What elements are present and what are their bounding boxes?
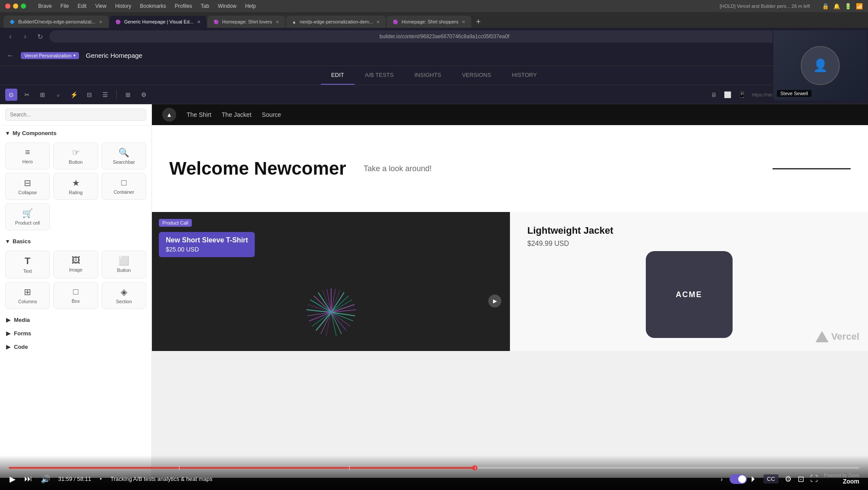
speaker-name-badge: Steve Sewell xyxy=(777,90,812,97)
basic-box[interactable]: □ Box xyxy=(53,282,98,309)
component-collapse[interactable]: ⊟ Collapse xyxy=(5,173,50,200)
my-components-header[interactable]: ▾ My Components xyxy=(0,126,151,139)
menu-window[interactable]: Window xyxy=(218,3,237,9)
component-rating[interactable]: ★ Rating xyxy=(53,173,98,200)
browser-titlebar: Brave File Edit View History Bookmarks P… xyxy=(0,0,868,12)
basic-button[interactable]: ⬜ Button xyxy=(102,251,146,278)
components-grid: ≡ Hero ☞ Button 🔍 Searchbar ⊟ Collapse ★ xyxy=(0,139,151,234)
basic-columns-label: Columns xyxy=(18,299,37,304)
basic-image[interactable]: 🖼 Image xyxy=(53,251,98,278)
component-product-cell[interactable]: 🛒 Product cell xyxy=(5,203,50,230)
close-dot[interactable] xyxy=(5,3,10,9)
minimize-dot[interactable] xyxy=(13,3,18,9)
mobile-view[interactable]: 📱 xyxy=(736,90,748,99)
data-tool[interactable]: ⊟ xyxy=(83,89,95,101)
basics-header[interactable]: ▾ Basics xyxy=(0,234,151,247)
forward-button[interactable]: › xyxy=(20,33,30,40)
basic-text[interactable]: T Text xyxy=(5,251,50,278)
back-nav-button[interactable]: ← xyxy=(7,52,14,60)
menu-history[interactable]: History xyxy=(115,3,131,9)
menu-tab[interactable]: Tab xyxy=(201,3,209,9)
menu-profiles[interactable]: Profiles xyxy=(175,3,192,9)
tab-close-shoppers[interactable]: ✕ xyxy=(462,20,465,24)
project-name: Vercel Personalization xyxy=(24,53,72,58)
image-icon: 🖼 xyxy=(72,255,80,265)
grid-tool[interactable]: ⊞ xyxy=(122,89,134,101)
menu-view[interactable]: View xyxy=(95,3,106,9)
notification-bar: [HOLD] Vercel and Builder pers... 26 m l… xyxy=(720,3,810,9)
media-header[interactable]: ▶ Media xyxy=(0,312,151,326)
video-play-overlay[interactable]: ▶ xyxy=(488,295,501,308)
component-rating-label: Rating xyxy=(69,190,83,195)
more-tool[interactable]: ☰ xyxy=(99,89,111,101)
basic-columns[interactable]: ⊞ Columns xyxy=(5,282,50,309)
cut-tool[interactable]: ✂ xyxy=(21,89,33,101)
hero-subtitle: Take a look around! xyxy=(364,164,432,173)
toggle-track[interactable] xyxy=(730,474,747,484)
play-circle-icon[interactable]: ⏵ xyxy=(750,474,757,483)
settings-tool[interactable]: ⚙ xyxy=(138,89,150,101)
chapter-marker-1 xyxy=(179,466,180,470)
menu-edit[interactable]: Edit xyxy=(78,3,87,9)
tab-insights[interactable]: INSIGHTS xyxy=(404,66,451,85)
canvas: ▲ The Shirt The Jacket Source Welcome Ne… xyxy=(152,104,868,478)
tab-nextjs[interactable]: ▲ nextjs-edge-personalization-dem... ✕ xyxy=(286,16,386,28)
nav-the-jacket[interactable]: The Jacket xyxy=(222,111,251,118)
progress-bar[interactable] xyxy=(9,467,859,469)
maximize-dot[interactable] xyxy=(21,3,26,9)
menu-brave[interactable]: Brave xyxy=(38,3,52,9)
refresh-button[interactable]: ↻ xyxy=(35,33,45,41)
tab-shirt-shoppers[interactable]: 🟣 Homepage: Shirt shoppers ✕ xyxy=(387,16,471,28)
style-tool[interactable]: ⬦ xyxy=(52,89,64,101)
tab-builderio[interactable]: 🔷 BuilderIO/nextjs-edge-personalizat... … xyxy=(3,16,108,28)
tab-close-builderio[interactable]: ✕ xyxy=(99,20,102,24)
forms-header[interactable]: ▶ Forms xyxy=(0,326,151,339)
tab-close-shirt[interactable]: ✕ xyxy=(276,20,279,24)
device-buttons: 🖥 ⬜ 📱 xyxy=(708,90,748,99)
video-settings-button[interactable]: ⚙ xyxy=(785,474,792,484)
tab-history[interactable]: HISTORY xyxy=(502,66,547,85)
menu-help[interactable]: Help xyxy=(245,3,256,9)
volume-button[interactable]: 🔊 xyxy=(40,473,51,485)
tablet-view[interactable]: ⬜ xyxy=(721,90,734,99)
component-button[interactable]: ☞ Button xyxy=(53,142,98,169)
chapter-arrow-icon[interactable]: › xyxy=(720,476,723,483)
controls-right: ⏵ CC ⚙ ⊡ ⛶ Powered by Zoom Zoom xyxy=(730,473,859,485)
time-display: 31:59 / 58:11 xyxy=(58,476,91,482)
component-container[interactable]: □ Container xyxy=(102,173,146,200)
tab-edit[interactable]: EDIT xyxy=(321,66,355,85)
code-header[interactable]: ▶ Code xyxy=(0,339,151,353)
tab-generic-homepage[interactable]: 🟣 Generic Homepage | Visual Ed... ✕ xyxy=(109,16,207,28)
component-searchbar[interactable]: 🔍 Searchbar xyxy=(102,142,146,169)
tab-versions[interactable]: VERSIONS xyxy=(451,66,501,85)
tab-close-nextjs[interactable]: ✕ xyxy=(376,20,380,24)
layout-button[interactable]: ⊡ xyxy=(798,474,804,484)
search-bar xyxy=(0,104,151,126)
search-input[interactable] xyxy=(5,109,146,121)
nav-the-shirt[interactable]: The Shirt xyxy=(187,111,211,118)
back-button[interactable]: ‹ xyxy=(5,33,16,40)
webcam-overlay: 👤 Steve Sewell xyxy=(773,30,868,101)
new-tab-button[interactable]: + xyxy=(472,16,484,28)
fullscreen-button[interactable]: ⛶ xyxy=(810,474,818,483)
tab-close-generic[interactable]: ✕ xyxy=(197,20,201,24)
project-badge[interactable]: Vercel Personalization ▾ xyxy=(21,52,79,59)
section-arrow: ▾ xyxy=(6,130,9,136)
cc-button[interactable]: CC xyxy=(763,474,779,483)
desktop-view[interactable]: 🖥 xyxy=(708,90,720,99)
skip-forward-button[interactable]: ⏭ xyxy=(23,473,33,484)
select-tool[interactable]: ⊙ xyxy=(5,89,17,101)
product-card-jacket[interactable]: Lightweight Jacket $249.99 USD ACME Verc… xyxy=(510,212,868,351)
nav-source[interactable]: Source xyxy=(262,111,281,118)
menu-file[interactable]: File xyxy=(60,3,69,9)
lightning-tool[interactable]: ⚡ xyxy=(68,89,80,101)
product-card-tshirt[interactable]: Product Call New Short Sleeve T-Shirt $2… xyxy=(152,212,510,351)
component-hero[interactable]: ≡ Hero xyxy=(5,142,50,169)
layers-tool[interactable]: ⊞ xyxy=(36,89,49,101)
menu-bookmarks[interactable]: Bookmarks xyxy=(140,3,166,9)
tab-shirt-lovers[interactable]: 🟣 Homepage: Shirt lovers ✕ xyxy=(207,16,285,28)
tab-ab-tests[interactable]: A/B TESTS xyxy=(355,66,404,85)
address-bar[interactable] xyxy=(49,30,839,43)
basic-section[interactable]: ◈ Section xyxy=(102,282,146,309)
play-pause-button[interactable]: ▶ xyxy=(9,473,16,485)
